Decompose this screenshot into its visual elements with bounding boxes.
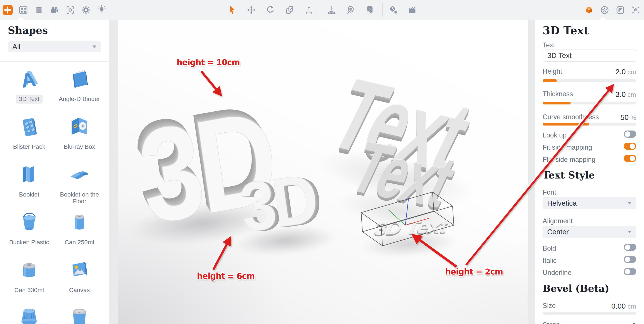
- focus-button[interactable]: [65, 5, 76, 15]
- thickness-slider[interactable]: [542, 102, 636, 104]
- add-shape-button[interactable]: [2, 5, 12, 15]
- font-label: Font: [542, 188, 556, 196]
- alignment-value: Center: [547, 228, 569, 236]
- flip-side-mapping-toggle[interactable]: [624, 155, 636, 162]
- annotation-height-10cm: height = 10cm: [177, 58, 240, 67]
- look-at-button[interactable]: [345, 5, 356, 15]
- bevel-heading: Bevel (Beta): [542, 283, 609, 294]
- shape-item-coffee-cup-partial[interactable]: [56, 304, 103, 324]
- bevel-size-slider[interactable]: [542, 312, 636, 315]
- shape-item-angle-d-binder[interactable]: Angle-D Binder: [56, 65, 103, 104]
- shapes-filter-select[interactable]: All: [8, 41, 101, 52]
- bevel-size-label: Size: [542, 302, 556, 310]
- materials-panel-button[interactable]: [600, 5, 610, 15]
- shapes-panel: Shapes All AA 3D Text Angle-D Binder Bli…: [0, 20, 109, 324]
- bevel-size-unit: cm: [628, 303, 636, 310]
- shape-label: Bucket: Plastic: [6, 238, 52, 247]
- spread-arrows-icon: [304, 5, 314, 15]
- move-icon: [246, 5, 256, 15]
- shape-item-3d-text[interactable]: AA 3D Text: [5, 65, 53, 104]
- toolbar: [0, 0, 644, 20]
- italic-toggle[interactable]: [624, 256, 636, 263]
- materials-button[interactable]: [364, 5, 375, 15]
- fit-view-button[interactable]: [630, 5, 641, 15]
- camera-target-icon: [66, 5, 75, 15]
- bluray-box-shape-icon: [56, 113, 103, 141]
- shape-item-canvas[interactable]: Canvas: [56, 256, 103, 295]
- jitter-tool-button[interactable]: [304, 5, 314, 15]
- alignment-select[interactable]: Center: [542, 226, 636, 238]
- curve-unit: %: [630, 114, 636, 121]
- canvas-shape-icon: [56, 256, 103, 284]
- boxshot-app-window: Shapes All AA 3D Text Angle-D Binder Bli…: [0, 0, 644, 324]
- bevel-size-value: 0.00: [611, 302, 626, 310]
- settings-button[interactable]: [81, 5, 91, 15]
- thickness-value: 3.0: [616, 90, 626, 98]
- scene-text-6cm-3d[interactable]: 3D: [237, 169, 319, 236]
- can-330-shape-icon: [5, 256, 53, 284]
- thickness-unit: cm: [628, 91, 636, 98]
- library-icon: [18, 5, 28, 15]
- shape-item-cup-partial[interactable]: [5, 304, 53, 324]
- shape-item-can-330ml[interactable]: Can 330ml: [5, 256, 53, 295]
- chevron-down-icon: [628, 202, 632, 205]
- height-slider-fill: [542, 79, 557, 82]
- font-select[interactable]: Helvetica: [542, 197, 636, 209]
- thickness-label: Thickness: [542, 90, 573, 98]
- toolbar-divider: [320, 3, 320, 17]
- inspector-panel: 3D Text Text 3D Text Height 2.0cm Thickn…: [535, 20, 644, 324]
- lighting-button[interactable]: [96, 5, 107, 15]
- drop-to-floor-button[interactable]: [326, 5, 337, 15]
- fit-side-mapping-toggle[interactable]: [624, 143, 636, 150]
- camera-button[interactable]: [50, 5, 60, 15]
- height-unit: cm: [628, 68, 636, 76]
- shape-properties-button[interactable]: [584, 5, 594, 15]
- chevron-down-icon: [628, 231, 632, 233]
- flip-side-mapping-label: Flip side mapping: [542, 156, 596, 163]
- shape-item-booklet[interactable]: Booklet: [5, 161, 53, 199]
- rotate-tool-button[interactable]: [265, 5, 276, 15]
- inspector-title: 3D Text: [542, 24, 589, 37]
- can-250-shape-icon: [56, 208, 103, 236]
- shape-item-bucket-plastic[interactable]: Bucket: Plastic: [5, 208, 53, 247]
- expand-cube-icon: [631, 5, 640, 15]
- bold-label: Bold: [542, 245, 556, 252]
- 3d-text-shape-icon: AA: [5, 65, 53, 93]
- environment-panel-button[interactable]: [615, 5, 626, 15]
- underline-label: Underline: [542, 269, 572, 276]
- magnifier-cube-icon: [346, 5, 355, 15]
- look-up-toggle[interactable]: [624, 131, 636, 138]
- shape-item-blister-pack[interactable]: Blister Pack: [5, 113, 53, 151]
- scene-tree-button[interactable]: [34, 5, 44, 15]
- booklet-floor-shape-icon: [56, 161, 103, 188]
- select-tool-button[interactable]: [227, 5, 237, 15]
- bold-toggle[interactable]: [624, 244, 636, 251]
- booklet-shape-icon: [5, 161, 53, 188]
- italic-label: Italic: [542, 257, 556, 264]
- rotate-icon: [266, 5, 275, 15]
- move-tool-button[interactable]: [246, 5, 256, 15]
- shape-library-button[interactable]: [18, 5, 28, 15]
- shape-label: Blu-ray Box: [60, 143, 98, 151]
- backdrop-icon: [616, 5, 625, 15]
- light-bulb-icon: [97, 5, 106, 15]
- height-slider[interactable]: [542, 79, 636, 82]
- divider: [0, 61, 109, 62]
- animation-clapper-button[interactable]: [407, 5, 418, 15]
- shape-item-can-250ml[interactable]: Can 250ml: [56, 208, 103, 247]
- scale-tool-button[interactable]: [284, 5, 295, 15]
- shape-item-bluray-box[interactable]: Blu-ray Box: [56, 113, 103, 151]
- bucket-shape-icon: [5, 208, 53, 236]
- thickness-slider-fill: [542, 102, 571, 104]
- scene-text-2cm-selected[interactable]: 3D Text: [373, 218, 450, 236]
- shape-label: Can 250ml: [61, 238, 97, 247]
- animation-time-button[interactable]: [388, 5, 398, 15]
- underline-toggle[interactable]: [624, 268, 636, 275]
- plus-icon: [3, 5, 12, 15]
- shape-item-booklet-floor[interactable]: Booklet on the Floor: [56, 161, 103, 206]
- shape-label: Canvas: [66, 286, 93, 295]
- curve-smoothness-slider[interactable]: [542, 123, 636, 126]
- text-input[interactable]: 3D Text: [542, 49, 636, 62]
- shape-label: Angle-D Binder: [56, 95, 103, 104]
- fit-side-mapping-label: Fit side mapping: [542, 144, 592, 151]
